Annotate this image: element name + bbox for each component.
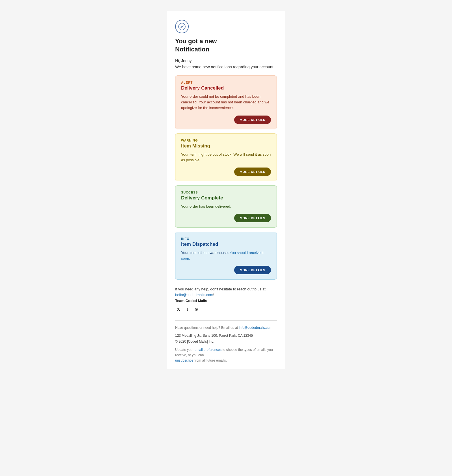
info-body-before: Your item left our warehouse. [181, 251, 230, 255]
footer-links-text: Update your email preferences to choose … [175, 347, 277, 364]
alert-card: ALERT Delivery Cancelled Your order coul… [175, 75, 277, 129]
info-card-body: Your item left our warehouse. You should… [181, 250, 271, 261]
alert-type-label: ALERT [181, 81, 271, 84]
footer-copyright: © 2020 [Coded Mails] Inc. [175, 339, 277, 344]
update-text-after: from all future emails. [194, 358, 227, 362]
alert-card-title: Delivery Cancelled [181, 85, 271, 91]
facebook-icon[interactable]: f [184, 306, 190, 312]
unsubscribe-link[interactable]: unsubscribe [175, 358, 194, 362]
info-type-label: INFO [181, 237, 271, 240]
alert-more-details-button[interactable]: MORE DETAILS [234, 116, 271, 124]
intro-text: We have some new notifications regarding… [175, 65, 277, 69]
footer-help: If you need any help, don't hesitate to … [175, 286, 277, 297]
footer-divider [175, 320, 277, 321]
success-type-label: SUCCESS [181, 191, 271, 194]
warning-more-details-button[interactable]: MORE DETAILS [234, 168, 271, 176]
alert-card-body: Your order could not be completed and ha… [181, 94, 271, 111]
instagram-icon[interactable]: ⊙ [193, 306, 199, 312]
social-icons: 𝕏 f ⊙ [175, 306, 277, 312]
info-card-title: Item Dispatched [181, 242, 271, 247]
footer-help-email[interactable]: hello@codedmails.com [175, 293, 213, 297]
info-more-details-button[interactable]: MORE DETAILS [234, 266, 271, 274]
twitter-icon[interactable]: 𝕏 [175, 306, 181, 312]
page-title: You got a new Notification [175, 37, 277, 53]
update-text-before: Update your [175, 348, 194, 352]
footer-bottom: Have questions or need help? Email us at… [175, 325, 277, 363]
team-name: Team Coded Mails [175, 299, 277, 303]
footer-help-before: If you need any help, don't hesitate to … [175, 287, 266, 291]
bird-icon [178, 23, 186, 30]
footer-bottom-help-before: Have questions or need help? Email us at [175, 326, 238, 330]
footer-exclamation: ! [213, 293, 214, 297]
success-card: SUCCESS Delivery Complete Your order has… [175, 185, 277, 228]
success-card-title: Delivery Complete [181, 195, 271, 201]
email-container: You got a new Notification Hi, Jenny We … [167, 11, 285, 369]
info-card: INFO Item Dispatched Your item left our … [175, 232, 277, 280]
success-more-details-button[interactable]: MORE DETAILS [234, 214, 271, 222]
greeting: Hi, Jenny [175, 58, 277, 63]
logo [175, 20, 189, 33]
email-preferences-link[interactable]: email preferences [195, 348, 221, 352]
warning-card-title: Item Missing [181, 143, 271, 149]
warning-card-body: Your item might be out of stock. We will… [181, 152, 271, 163]
footer-bottom-email[interactable]: info@codedmails.com [239, 326, 272, 330]
warning-type-label: WARNING [181, 139, 271, 142]
success-card-body: Your order has been delivered. [181, 204, 271, 209]
footer-address: 123 Medalling Jr., Suite 100, Parrot Par… [175, 333, 277, 338]
warning-card: WARNING Item Missing Your item might be … [175, 133, 277, 181]
